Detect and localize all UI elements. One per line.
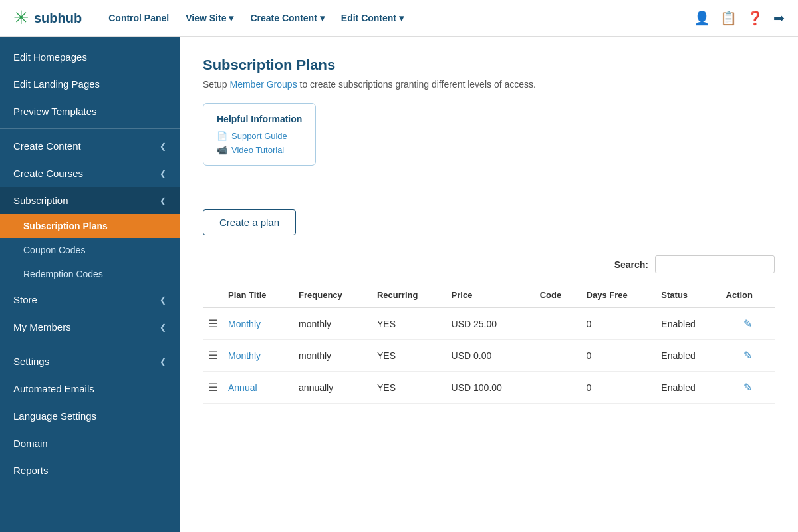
sidebar-item-edit-landing-pages[interactable]: Edit Landing Pages — [0, 70, 180, 98]
nav-create-content[interactable]: Create Content ▾ — [243, 9, 331, 27]
sidebar-item-preview-templates[interactable]: Preview Templates — [0, 98, 180, 125]
sidebar-subitem-subscription-plans[interactable]: Subscription Plans — [0, 214, 180, 238]
help-icon[interactable]: ❓ — [747, 10, 763, 26]
table-body: ☰ Monthly monthly YES USD 25.00 0 Enable… — [203, 307, 775, 404]
td-price: USD 25.00 — [446, 307, 535, 340]
search-label: Search: — [614, 259, 648, 270]
td-days-free: 0 — [581, 340, 656, 372]
nav-links: Control Panel View Site ▾ Create Content… — [102, 9, 680, 27]
td-status: Enabled — [656, 307, 720, 340]
plan-title-link[interactable]: Annual — [228, 382, 257, 393]
td-status: Enabled — [656, 372, 720, 404]
td-plan-title: Annual — [223, 372, 293, 404]
video-tutorial-link[interactable]: 📹 Video Tutorial — [217, 145, 302, 155]
page-subtitle: Setup Member Groups to create subscripti… — [203, 79, 775, 90]
notes-icon[interactable]: 📋 — [720, 10, 737, 26]
chevron-right-icon: ❮ — [160, 196, 166, 205]
chevron-down-icon: ▾ — [229, 13, 233, 23]
create-plan-button[interactable]: Create a plan — [203, 209, 296, 235]
sidebar-item-domain[interactable]: Domain — [0, 430, 180, 457]
td-frequency: annually — [293, 372, 372, 404]
member-groups-link[interactable]: Member Groups — [229, 79, 297, 90]
th-status: Status — [656, 283, 720, 307]
td-code — [535, 307, 581, 340]
td-plan-title: Monthly — [223, 340, 293, 372]
sidebar-item-edit-homepages[interactable]: Edit Homepages — [0, 43, 180, 70]
drag-handle[interactable]: ☰ — [203, 307, 223, 340]
th-price: Price — [446, 283, 535, 307]
table-row: ☰ Annual annually YES USD 100.00 0 Enabl… — [203, 372, 775, 404]
info-box-title: Helpful Information — [217, 114, 302, 124]
sidebar-item-language-settings[interactable]: Language Settings — [0, 402, 180, 430]
main-content: Subscription Plans Setup Member Groups t… — [180, 37, 798, 532]
drag-handle[interactable]: ☰ — [203, 340, 223, 372]
sidebar-item-create-courses[interactable]: Create Courses ❮ — [0, 160, 180, 187]
td-plan-title: Monthly — [223, 307, 293, 340]
sidebar-item-store[interactable]: Store ❮ — [0, 286, 180, 313]
edit-icon[interactable]: ✎ — [743, 382, 752, 393]
td-code — [535, 372, 581, 404]
nav-right-icons: 👤 📋 ❓ ➡ — [694, 10, 785, 26]
td-recurring: YES — [372, 307, 446, 340]
logo-icon: ✳ — [13, 9, 29, 27]
chevron-right-icon: ❮ — [160, 169, 166, 178]
logo-text: subhub — [34, 11, 82, 26]
th-frequency: Frequency — [293, 283, 372, 307]
td-frequency: monthly — [293, 340, 372, 372]
td-recurring: YES — [372, 372, 446, 404]
logo: ✳ subhub — [13, 9, 82, 27]
chevron-right-icon: ❮ — [160, 357, 166, 366]
th-code: Code — [535, 283, 581, 307]
sidebar-subitem-coupon-codes[interactable]: Coupon Codes — [0, 238, 180, 262]
td-status: Enabled — [656, 340, 720, 372]
nav-edit-content[interactable]: Edit Content ▾ — [334, 9, 410, 27]
table-row: ☰ Monthly monthly YES USD 0.00 0 Enabled… — [203, 340, 775, 372]
sidebar-item-automated-emails[interactable]: Automated Emails — [0, 375, 180, 402]
sidebar-item-create-content[interactable]: Create Content ❮ — [0, 132, 180, 160]
td-price: USD 100.00 — [446, 372, 535, 404]
top-nav: ✳ subhub Control Panel View Site ▾ Creat… — [0, 0, 798, 37]
plan-title-link[interactable]: Monthly — [228, 350, 261, 361]
td-price: USD 0.00 — [446, 340, 535, 372]
plan-title-link[interactable]: Monthly — [228, 319, 261, 329]
chevron-down-icon: ▾ — [320, 13, 325, 23]
chevron-right-icon: ❮ — [160, 323, 166, 332]
sidebar-subitem-redemption-codes[interactable]: Redemption Codes — [0, 262, 180, 286]
table-header: Plan Title Frequency Recurring Price Cod… — [203, 283, 775, 307]
sidebar-item-settings[interactable]: Settings ❮ — [0, 348, 180, 375]
nav-control-panel[interactable]: Control Panel — [102, 9, 176, 27]
sidebar-item-my-members[interactable]: My Members ❮ — [0, 313, 180, 340]
section-divider — [203, 196, 775, 196]
plans-table: Plan Title Frequency Recurring Price Cod… — [203, 283, 775, 404]
nav-view-site[interactable]: View Site ▾ — [179, 9, 240, 27]
th-plan-title: Plan Title — [223, 283, 293, 307]
th-action: Action — [721, 283, 775, 307]
chevron-down-icon: ▾ — [399, 13, 404, 23]
td-code — [535, 340, 581, 372]
sidebar: Edit Homepages Edit Landing Pages Previe… — [0, 37, 180, 532]
logout-icon[interactable]: ➡ — [773, 10, 785, 26]
th-drag — [203, 283, 223, 307]
sidebar-item-reports[interactable]: Reports — [0, 457, 180, 484]
td-action: ✎ — [721, 340, 775, 372]
chevron-right-icon: ❮ — [160, 295, 166, 305]
search-input[interactable] — [655, 255, 775, 273]
search-row: Search: — [203, 255, 775, 273]
edit-icon[interactable]: ✎ — [743, 350, 752, 361]
td-recurring: YES — [372, 340, 446, 372]
table-header-row: Plan Title Frequency Recurring Price Cod… — [203, 283, 775, 307]
td-days-free: 0 — [581, 372, 656, 404]
edit-icon[interactable]: ✎ — [743, 318, 752, 329]
drag-handle[interactable]: ☰ — [203, 372, 223, 404]
support-guide-link[interactable]: 📄 Support Guide — [217, 131, 302, 141]
chevron-right-icon: ❮ — [160, 142, 166, 151]
sidebar-divider-2 — [0, 344, 180, 344]
video-icon: 📹 — [217, 145, 227, 155]
account-icon[interactable]: 👤 — [694, 10, 710, 26]
document-icon: 📄 — [217, 131, 227, 141]
layout: Edit Homepages Edit Landing Pages Previe… — [0, 37, 798, 532]
th-days-free: Days Free — [581, 283, 656, 307]
td-days-free: 0 — [581, 307, 656, 340]
sidebar-item-subscription[interactable]: Subscription ❮ — [0, 187, 180, 214]
td-action: ✎ — [721, 372, 775, 404]
